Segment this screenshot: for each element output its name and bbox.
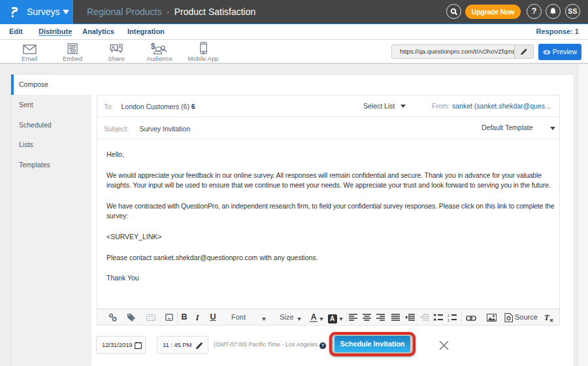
- svg-text:2: 2: [448, 318, 449, 322]
- svg-text:$: $: [151, 42, 155, 51]
- svg-text:1: 1: [448, 314, 449, 318]
